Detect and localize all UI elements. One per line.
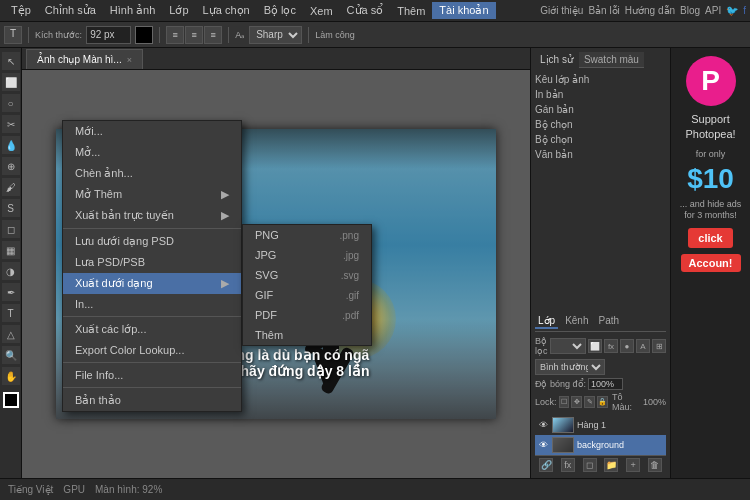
social-icon-twitter[interactable]: 🐦 [726,5,738,16]
layer-blend-select[interactable]: Bình thường [535,359,605,375]
ctx-mo[interactable]: Mở... [63,142,241,163]
tool-fg-color[interactable] [3,392,19,408]
lock-icon-all[interactable]: 🔒 [597,396,608,408]
panel-tab-lichsu[interactable]: Lịch sử [535,52,578,68]
canvas-viewport[interactable]: cuộc sống là dù bạn có ngã 7 lần thì hãy… [22,70,530,478]
layer-icon-1[interactable]: ⬜ [588,339,602,353]
menu-lop[interactable]: Lớp [162,2,195,19]
ctx-mo-them[interactable]: Mở Thêm ▶ [63,184,241,205]
ctx-luu-psd[interactable]: Lưu dưới dạng PSD [63,231,241,252]
layer-item-1[interactable]: 👁 background [535,435,666,455]
ctx-export-color[interactable]: Export Color Lookup... [63,340,241,360]
menu-them[interactable]: Thêm [390,3,432,19]
ctx-xuat-cac-lop[interactable]: Xuất các lớp... [63,319,241,340]
menu-blog[interactable]: Blog [680,5,700,16]
ctx-moi[interactable]: Mới... [63,121,241,142]
tool-pen[interactable]: ✒ [2,283,20,301]
align-center-btn[interactable]: ≡ [185,26,203,44]
ctx-lua-psd[interactable]: Lưa PSD/PSB [63,252,241,273]
align-left-btn[interactable]: ≡ [166,26,184,44]
tool-dodge[interactable]: ◑ [2,262,20,280]
sub-gif[interactable]: GIF .gif [243,285,371,305]
sub-png[interactable]: PNG .png [243,225,371,245]
toolbar-font-style[interactable]: T [4,26,22,44]
ctx-xuat-duoi-dang[interactable]: Xuất dưới dạng ▶ [63,273,241,294]
tool-shape[interactable]: △ [2,325,20,343]
layer-icon-3[interactable]: ● [620,339,634,353]
panel-row-1[interactable]: In bản [535,87,666,102]
canvas-tab-active[interactable]: Ảnh chụp Màn hì... × [26,49,143,69]
ctx-ban-thao[interactable]: Bản thảo [63,390,241,411]
menu-luachon[interactable]: Lựa chọn [196,2,257,19]
panel-row-0[interactable]: Kêu lớp ảnh [535,72,666,87]
ctx-chen-anh[interactable]: Chèn ảnh... [63,163,241,184]
tool-text[interactable]: T [2,304,20,322]
layer-mask-btn[interactable]: ◻ [583,458,597,472]
ctx-in[interactable]: In... [63,294,241,314]
panel-row-4[interactable]: Bộ chọn [535,132,666,147]
menu-cuaso[interactable]: Cửa sổ [340,2,391,19]
panel-row-3[interactable]: Bộ chọn [535,117,666,132]
canvas-tab-close[interactable]: × [127,55,132,65]
layer-fx-btn[interactable]: fx [561,458,575,472]
menu-taikhoan[interactable]: Tài khoản [432,2,495,19]
menu-gioithieu[interactable]: Giới thiệu [540,5,583,16]
layer-new-btn[interactable]: + [626,458,640,472]
tool-eyedrop[interactable]: 💧 [2,136,20,154]
sub-jpg[interactable]: JPG .jpg [243,245,371,265]
layer-delete-btn[interactable]: 🗑 [648,458,662,472]
lock-icon-check[interactable]: ☐ [559,396,570,408]
sub-svg[interactable]: SVG .svg [243,265,371,285]
toolbar-font-size-input[interactable] [86,26,131,44]
tool-brush[interactable]: 🖌 [2,178,20,196]
tool-zoom[interactable]: 🔍 [2,346,20,364]
tool-move[interactable]: ↖ [2,52,20,70]
menu-chinhsua[interactable]: Chỉnh sửa [38,2,103,19]
layer-item-0[interactable]: 👁 Hàng 1 [535,415,666,435]
status-bar: Tiếng Việt GPU Màn hình: 92% [0,478,750,500]
menu-xem[interactable]: Xem [303,3,340,19]
layer-link-btn[interactable]: 🔗 [539,458,553,472]
toolbar-sharp-select[interactable]: Sharp [249,26,302,44]
tool-eraser[interactable]: ◻ [2,220,20,238]
menu-huongdan[interactable]: Hướng dẫn [625,5,675,16]
align-right-btn[interactable]: ≡ [204,26,222,44]
tool-select[interactable]: ⬜ [2,73,20,91]
menu-api[interactable]: API [705,5,721,16]
tool-lasso[interactable]: ○ [2,94,20,112]
panel-row-5[interactable]: Văn bản [535,147,666,162]
layer-opacity-input[interactable] [588,378,623,390]
ad-click-btn[interactable]: click [688,228,732,248]
ctx-xuat-ban[interactable]: Xuất bản trực tuyến ▶ [63,205,241,226]
layer-icon-4[interactable]: A [636,339,650,353]
menu-boloc[interactable]: Bộ lọc [257,2,303,19]
ad-price: $10 [687,165,734,193]
menu-tep[interactable]: Tệp [4,2,38,19]
tool-gradient[interactable]: ▦ [2,241,20,259]
layer-vis-1[interactable]: 👁 [537,439,549,451]
layer-icon-5[interactable]: ⊞ [652,339,666,353]
layers-tab-lop[interactable]: Lớp [535,314,558,329]
layers-tab-kenh[interactable]: Kênh [562,314,591,329]
sub-them[interactable]: Thêm [243,325,371,345]
panel-row-2[interactable]: Gán bản [535,102,666,117]
layer-filter-select[interactable] [550,338,586,354]
layers-tab-path[interactable]: Path [595,314,622,329]
tool-clone[interactable]: S [2,199,20,217]
tool-hand[interactable]: ✋ [2,367,20,385]
menu-hinhanh[interactable]: Hình ảnh [103,2,163,19]
toolbar-color-picker[interactable] [135,26,153,44]
panel-tab-swatch[interactable]: Swatch màu [579,52,644,68]
ad-account-btn[interactable]: Accoun! [681,254,741,272]
lock-icon-draw[interactable]: ✎ [584,396,595,408]
sub-pdf[interactable]: PDF .pdf [243,305,371,325]
social-icon-facebook[interactable]: f [743,5,746,16]
tool-heal[interactable]: ⊕ [2,157,20,175]
layer-group-btn[interactable]: 📁 [604,458,618,472]
layer-icon-2[interactable]: fx [604,339,618,353]
layer-vis-0[interactable]: 👁 [537,419,549,431]
ctx-file-info[interactable]: File Info... [63,365,241,385]
lock-icon-move[interactable]: ✥ [571,396,582,408]
tool-crop[interactable]: ✂ [2,115,20,133]
menu-banloi[interactable]: Bản lỗi [588,5,619,16]
